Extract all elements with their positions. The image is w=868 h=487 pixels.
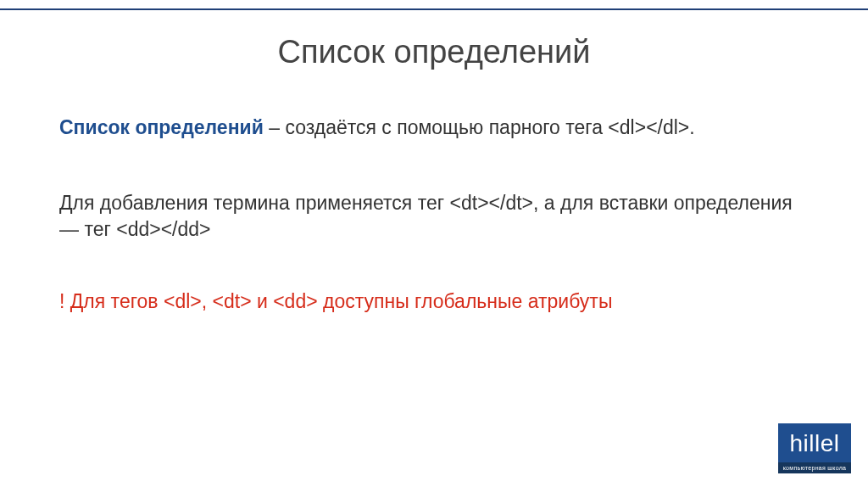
top-accent-line [0, 8, 868, 10]
logo-main-text: hillel [778, 423, 851, 462]
paragraph-1: Список определений – создаётся с помощью… [59, 115, 809, 141]
brand-logo: hillel компьютерная школа [778, 423, 851, 473]
paragraph-3-warning: ! Для тегов <dl>, <dt> и <dd> доступны г… [59, 288, 809, 315]
term-highlight: Список определений [59, 116, 264, 138]
logo-subtitle: компьютерная школа [778, 462, 851, 473]
slide-content: Список определений – создаётся с помощью… [59, 115, 809, 315]
slide-title: Список определений [0, 34, 868, 70]
paragraph-2: Для добавления термина применяется тег <… [59, 190, 809, 243]
paragraph-1-rest: – создаётся с помощью парного тега <dl><… [264, 116, 695, 138]
